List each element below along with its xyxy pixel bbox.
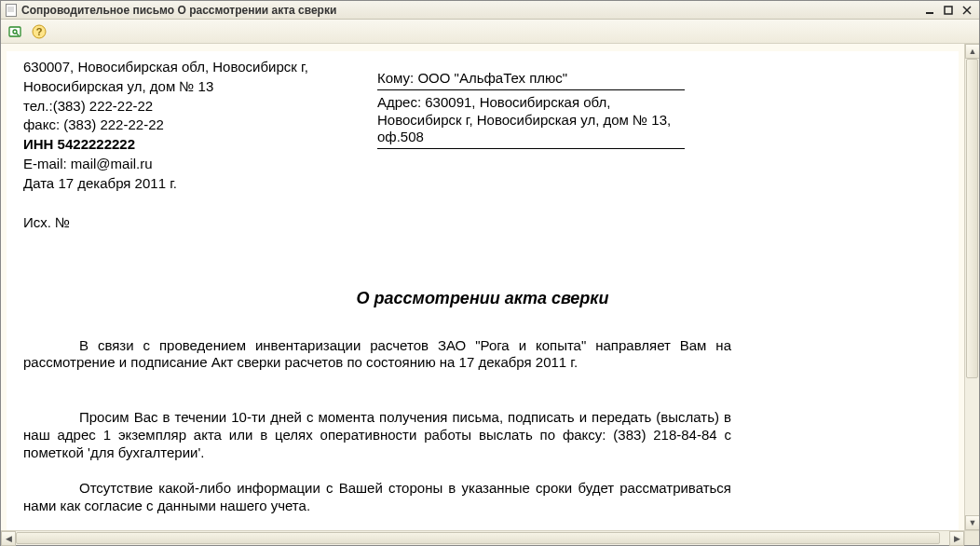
sender-date: Дата 17 декабря 2011 г. (23, 175, 340, 193)
svg-rect-5 (945, 7, 952, 14)
sender-fax: факс: (383) 222-22-22 (23, 116, 340, 134)
document-area[interactable]: 630007, Новосибирская обл, Новосибирск г… (1, 44, 964, 530)
toolbar: ? (1, 20, 979, 44)
preview-button[interactable] (5, 21, 25, 42)
recipient-address-value: 630091, Новосибирская обл, Новосибирск г… (377, 94, 671, 145)
svg-rect-0 (7, 4, 17, 16)
minimize-button[interactable] (921, 3, 938, 18)
vscroll-thumb[interactable] (966, 59, 978, 378)
document-page: 630007, Новосибирская обл, Новосибирск г… (7, 51, 959, 530)
help-button[interactable]: ? (29, 21, 49, 42)
content-wrap: 630007, Новосибирская обл, Новосибирск г… (1, 44, 979, 530)
recipient-block: Кому: ООО "АльфаТех плюс" Адрес: 630091,… (377, 70, 685, 194)
sender-tel: тел.:(383) 222-22-22 (23, 98, 340, 116)
svg-text:?: ? (36, 26, 43, 37)
sender-block: 630007, Новосибирская обл, Новосибирск г… (23, 59, 340, 194)
hscroll-track[interactable] (16, 531, 949, 545)
recipient-to-value: ООО "АльфаТех плюс" (417, 70, 567, 86)
window-title: Сопроводительное письмо О рассмотрении а… (21, 4, 336, 17)
scroll-right-arrow-icon[interactable]: ▶ (949, 531, 964, 546)
document-icon (5, 4, 18, 17)
titlebar: Сопроводительное письмо О рассмотрении а… (1, 1, 979, 20)
sender-email: E-mail: mail@mail.ru (23, 156, 340, 173)
scroll-up-arrow-icon[interactable]: ▲ (965, 44, 979, 59)
window: Сопроводительное письмо О рассмотрении а… (0, 0, 980, 546)
horizontal-scrollbar[interactable]: ◀ ▶ (1, 530, 964, 545)
hscroll-thumb[interactable] (16, 532, 940, 544)
recipient-to: Кому: ООО "АльфаТех плюс" (377, 70, 685, 90)
document-title: О рассмотрении акта сверки (23, 288, 942, 309)
recipient-to-label: Кому: (377, 70, 414, 86)
vertical-scrollbar[interactable]: ▲ ▼ (964, 44, 979, 530)
document-body: В связи с проведением инвентаризации рас… (23, 337, 942, 515)
scroll-corner (964, 530, 979, 545)
paragraph-2: Просим Вас в течении 10-ти дней с момент… (23, 409, 731, 461)
sender-address-line1: 630007, Новосибирская обл, Новосибирск г… (23, 59, 340, 76)
vscroll-track[interactable] (965, 59, 979, 515)
sender-address-line2: Новосибирская ул, дом № 13 (23, 78, 340, 96)
close-button[interactable] (959, 3, 975, 18)
document-title-block: О рассмотрении акта сверки (23, 288, 942, 309)
outgoing-number: Исх. № (23, 214, 942, 232)
scroll-down-arrow-icon[interactable]: ▼ (965, 515, 979, 530)
sender-inn: ИНН 5422222222 (23, 136, 340, 154)
paragraph-1: В связи с проведением инвентаризации рас… (23, 337, 731, 373)
paragraph-3: Отсутствие какой-либо информации с Вашей… (23, 480, 731, 515)
maximize-button[interactable] (940, 3, 957, 18)
recipient-address-label: Адрес: (377, 94, 421, 110)
recipient-address: Адрес: 630091, Новосибирская обл, Новоси… (377, 94, 685, 149)
scroll-left-arrow-icon[interactable]: ◀ (1, 531, 16, 546)
